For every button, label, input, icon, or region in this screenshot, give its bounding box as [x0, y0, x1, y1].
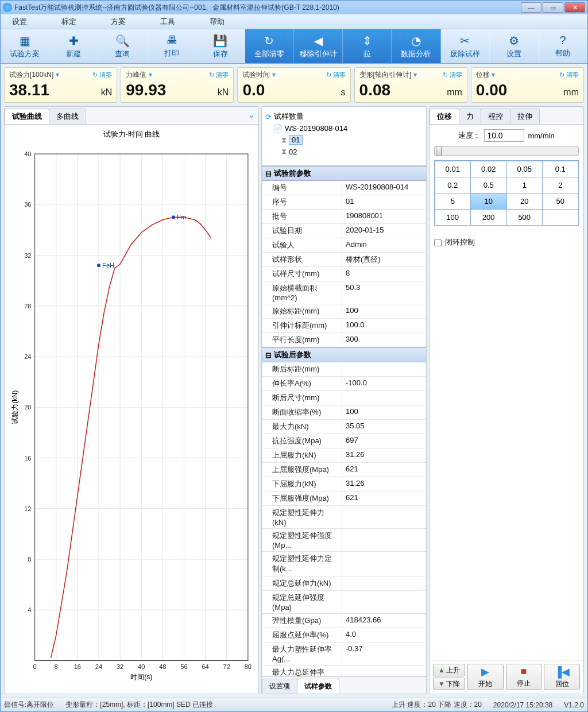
down-button[interactable]: ▼下降 — [433, 678, 465, 690]
speed-preset-200[interactable]: 200 — [470, 209, 507, 226]
param-row[interactable]: 断后尺寸(mm) — [262, 391, 426, 405]
param-row[interactable]: 批号190808001 — [262, 210, 426, 224]
toolbar-8[interactable]: ◔数据分析 — [392, 29, 440, 63]
speed-preset-100[interactable]: 100 — [435, 209, 471, 226]
toolbar-5[interactable]: ↻全部清零 — [245, 29, 294, 63]
chart-tabs: 试验曲线 多曲线 ⌄ — [5, 107, 258, 125]
menu-settings[interactable]: 设置 — [12, 17, 27, 27]
param-row[interactable]: 试验日期2020-01-15 — [262, 224, 426, 238]
param-row[interactable]: 下屈服强度(Mpa)621 — [262, 492, 426, 506]
menu-scheme[interactable]: 方案 — [111, 17, 126, 27]
status-datetime: 2020/2/17 15:20:38 — [493, 701, 552, 709]
param-row[interactable]: 最大力塑性延伸率Ag(...-0.37 — [262, 643, 426, 665]
readout-clear-3[interactable]: 清零 — [443, 71, 462, 79]
speed-preset-0.2[interactable]: 0.2 — [435, 177, 471, 194]
param-row[interactable]: 断后标距(mm) — [262, 362, 426, 377]
up-button[interactable]: ▲上升 — [433, 664, 465, 676]
speed-slider[interactable] — [434, 146, 579, 156]
svg-point-45 — [172, 215, 175, 219]
speed-preset-1[interactable]: 1 — [506, 177, 543, 194]
param-row[interactable]: 原始标距(mm)100 — [262, 304, 426, 319]
right-tab-0[interactable]: 位移 — [430, 109, 459, 124]
toolbar-3[interactable]: 🖶打印 — [148, 29, 196, 63]
param-row[interactable]: 断面收缩率(%)100 — [262, 405, 426, 420]
param-row[interactable]: 规定塑性延伸力定制(k... — [262, 552, 426, 576]
status-version: V1.2.0 — [564, 701, 584, 709]
toolbar-10[interactable]: ⚙设置 — [490, 29, 539, 63]
tree-item-1[interactable]: ⧗ 02 — [281, 146, 423, 157]
speed-preset-500[interactable]: 500 — [506, 209, 543, 226]
param-row[interactable]: 原始横截面积(mm^2)50.3 — [262, 281, 426, 304]
toolbar-6[interactable]: ◀移除引伸计 — [294, 29, 343, 63]
toolbar-2[interactable]: 🔍查询 — [98, 29, 147, 63]
speed-input[interactable] — [484, 129, 524, 142]
minimize-button[interactable]: — — [521, 2, 541, 13]
right-tab-2[interactable]: 程控 — [481, 109, 510, 124]
chart-collapse-icon[interactable]: ⌄ — [244, 107, 258, 124]
readout-clear-4[interactable]: 清零 — [559, 71, 579, 79]
speed-preset-20[interactable]: 20 — [506, 193, 543, 210]
param-row[interactable]: 规定塑性延伸强度(Mp... — [262, 529, 426, 552]
tab-multi-curve[interactable]: 多曲线 — [49, 109, 86, 124]
toolbar-4[interactable]: 💾保存 — [196, 29, 245, 63]
readout-clear-2[interactable]: 清零 — [326, 71, 346, 79]
param-row[interactable]: 规定总延伸力(kN) — [262, 576, 426, 591]
right-tab-3[interactable]: 拉伸 — [510, 109, 540, 124]
toolbar-0[interactable]: ▦试验方案 — [1, 29, 49, 63]
tab-settings-items[interactable]: 设置项 — [262, 679, 297, 694]
speed-preset-5[interactable]: 5 — [435, 193, 471, 210]
svg-text:16: 16 — [74, 663, 81, 670]
menu-tools[interactable]: 工具 — [160, 17, 175, 27]
param-row[interactable]: 引伸计标距(mm)100.0 — [262, 319, 426, 333]
speed-preset-0.05[interactable]: 0.05 — [506, 161, 543, 177]
speed-preset-0.01[interactable]: 0.01 — [435, 161, 471, 177]
param-row[interactable]: 试验人Admin — [262, 238, 426, 253]
param-row[interactable]: 抗拉强度(Mpa)697 — [262, 434, 426, 448]
param-row[interactable]: 试样形状棒材(直径) — [262, 253, 426, 267]
readout-clear-0[interactable]: 清零 — [92, 71, 112, 79]
toolbar-11[interactable]: ?帮助 — [539, 29, 587, 63]
toolbar-9[interactable]: ✂废除试样 — [441, 29, 490, 63]
tree-root[interactable]: 📄 WS-20190808-014 — [273, 123, 423, 134]
return-button[interactable]: ▐◀回位 — [544, 664, 580, 690]
right-tab-1[interactable]: 力 — [459, 109, 481, 124]
speed-preset-0.1[interactable]: 0.1 — [542, 161, 579, 177]
param-row[interactable]: 序号01 — [262, 195, 426, 210]
speed-preset-2[interactable]: 2 — [542, 177, 579, 194]
svg-text:16: 16 — [24, 455, 31, 462]
menu-help[interactable]: 帮助 — [210, 17, 225, 27]
param-row[interactable]: 试样尺寸(mm)8 — [262, 267, 426, 281]
param-row[interactable]: 编号WS-20190808-014 — [262, 181, 426, 195]
svg-text:32: 32 — [24, 252, 31, 259]
close-button[interactable]: ✕ — [564, 2, 585, 13]
speed-preset-50[interactable]: 50 — [542, 193, 579, 210]
param-row[interactable]: 上屈服力(kN)31.26 — [262, 448, 426, 463]
menu-calibrate[interactable]: 标定 — [61, 17, 76, 27]
param-row[interactable]: 平行长度(mm)300 — [262, 333, 426, 347]
param-row[interactable]: 上屈服强度(Mpa)621 — [262, 463, 426, 477]
readout-clear-1[interactable]: 清零 — [209, 71, 229, 79]
toolbar-1[interactable]: ✚新建 — [49, 29, 98, 63]
maximize-button[interactable]: ▭ — [543, 2, 563, 13]
param-row[interactable]: 最大力总延伸率Agt(%) — [262, 665, 426, 676]
param-row[interactable]: 屈服点延伸率(%)4.0 — [262, 628, 426, 643]
param-row[interactable]: 下屈服力(kN)31.26 — [262, 477, 426, 492]
tab-test-curve[interactable]: 试验曲线 — [5, 109, 49, 124]
svg-point-43 — [97, 264, 100, 267]
tree-item-0[interactable]: ⧗ 01 — [281, 134, 423, 146]
param-row[interactable]: 规定塑性延伸力(kN) — [262, 506, 426, 529]
speed-preset-10[interactable]: 10 — [470, 193, 507, 210]
start-button[interactable]: ▶开始 — [467, 664, 504, 690]
tab-sample-params[interactable]: 试样参数 — [297, 679, 339, 694]
stop-button[interactable]: ■停止 — [506, 664, 542, 690]
param-row[interactable]: 最大力(kN)35.05 — [262, 420, 426, 434]
toolbar-7[interactable]: ⇕拉 — [343, 29, 392, 63]
speed-preset-0.02[interactable]: 0.02 — [470, 161, 507, 177]
control-tabs: 位移力程控拉伸 — [430, 107, 583, 125]
param-row[interactable]: 弹性模量(Gpa)418423.66 — [262, 614, 426, 628]
param-row[interactable]: 规定总延伸强度(Mpa) — [262, 591, 426, 614]
param-row[interactable]: 伸长率A(%)-100.0 — [262, 377, 426, 391]
closed-loop-checkbox[interactable] — [434, 239, 442, 246]
speed-preset-0.5[interactable]: 0.5 — [470, 177, 507, 194]
readout-1: 力峰值 ▾清零99.93kN — [121, 67, 234, 103]
